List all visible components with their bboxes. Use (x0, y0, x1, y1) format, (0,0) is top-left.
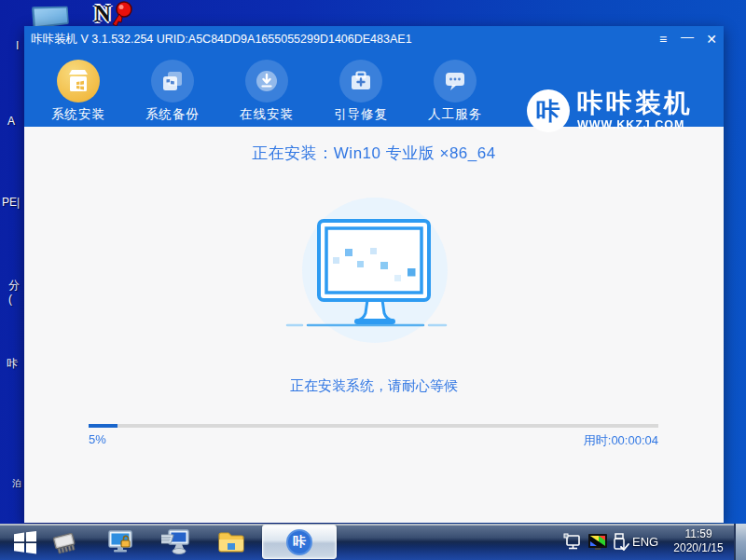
taskbar: 咔 ENG 11:59 2020/1/15 (0, 524, 746, 560)
minimize-button[interactable]: — (675, 26, 699, 52)
installing-title: 正在安装：Win10 专业版 ×86_64 (24, 143, 724, 164)
taskbar-kaka-active-button[interactable]: 咔 (262, 525, 337, 559)
kaka-installer-window: 咔咔装机 V 3.1.532.254 URID:A5C84DD9A1655055… (24, 26, 724, 523)
nav-item-online-install[interactable]: 在线安装 (237, 52, 297, 123)
taskbar-computer-app-icon[interactable] (161, 528, 189, 556)
nav-label: 人工服务 (425, 106, 485, 123)
desktop-label-fragment: 分 (8, 278, 20, 294)
nav-label: 系统备份 (143, 106, 202, 123)
desktop-nkey-app-icon[interactable]: N (94, 1, 133, 27)
nav-item-system-backup[interactable]: 系统备份 (143, 52, 202, 123)
desktop-label-fragment: 咔 (7, 356, 18, 372)
desktop-label-fragment: ( (8, 293, 12, 306)
tray-display-color-icon[interactable] (586, 528, 610, 556)
kaka-taskbar-icon: 咔 (286, 529, 312, 555)
monitor-illustration (282, 196, 468, 350)
status-text: 正在安装系统，请耐心等候 (24, 377, 724, 395)
backup-copies-icon (151, 60, 194, 102)
window-title: 咔咔装机 V 3.1.532.254 URID:A5C84DD9A1655055… (31, 32, 412, 48)
tray-language-indicator[interactable]: ENG (632, 535, 658, 549)
brand-name: 咔咔装机 (577, 90, 693, 116)
taskbar-screen-lock-app-icon[interactable] (106, 528, 134, 556)
brand-url: WWW.KKZJ.COM (577, 118, 693, 131)
taskbar-folder-icon[interactable] (217, 528, 245, 556)
tray-usb-eject-icon[interactable] (609, 528, 631, 556)
progress-percent-label: 5% (89, 432, 106, 446)
chat-service-icon (434, 60, 477, 102)
menu-button[interactable]: ≡ (651, 26, 675, 52)
desktop-label-fragment: 泊 (12, 477, 21, 490)
nav-item-human-service[interactable]: 人工服务 (425, 52, 485, 123)
download-circle-icon (245, 60, 288, 102)
start-button[interactable] (11, 528, 39, 556)
nav-item-boot-repair[interactable]: 引导修复 (331, 52, 391, 123)
nav-item-system-install[interactable]: 系统安装 (48, 52, 108, 123)
close-button[interactable]: ✕ (699, 26, 724, 52)
tray-time: 11:59 (660, 527, 737, 541)
red-key-icon (109, 1, 133, 27)
toolbox-repair-icon (339, 60, 382, 102)
nav-label: 系统安装 (48, 106, 108, 123)
show-desktop-button[interactable] (734, 524, 746, 560)
tray-date: 2020/1/15 (660, 541, 737, 555)
titlebar[interactable]: 咔咔装机 V 3.1.532.254 URID:A5C84DD9A1655055… (24, 26, 724, 52)
install-box-icon (57, 60, 100, 102)
nav-label: 引导修复 (331, 106, 391, 123)
desktop-label-fragment: PE| (2, 196, 20, 209)
windows-logo-icon (13, 530, 37, 554)
tray-clock[interactable]: 11:59 2020/1/15 (660, 527, 737, 555)
desktop-label-fragment: A (7, 115, 15, 128)
nav-header: 系统安装 系统备份 (24, 52, 724, 127)
desktop: { "desktop": { "fragments": ["I", "A", "… (0, 0, 746, 560)
taskbar-chip-app-icon[interactable] (50, 528, 78, 556)
progress-bar (89, 424, 658, 428)
tray-network-icon[interactable] (561, 528, 586, 556)
nav-label: 在线安装 (237, 106, 297, 123)
elapsed-time-label: 用时:00:00:04 (584, 432, 658, 449)
kaka-logo-icon: 咔 (527, 89, 570, 132)
progress-fill (89, 424, 117, 428)
desktop-label-fragment: I (16, 39, 19, 52)
brand-logo: 咔 咔咔装机 WWW.KKZJ.COM (527, 89, 693, 132)
